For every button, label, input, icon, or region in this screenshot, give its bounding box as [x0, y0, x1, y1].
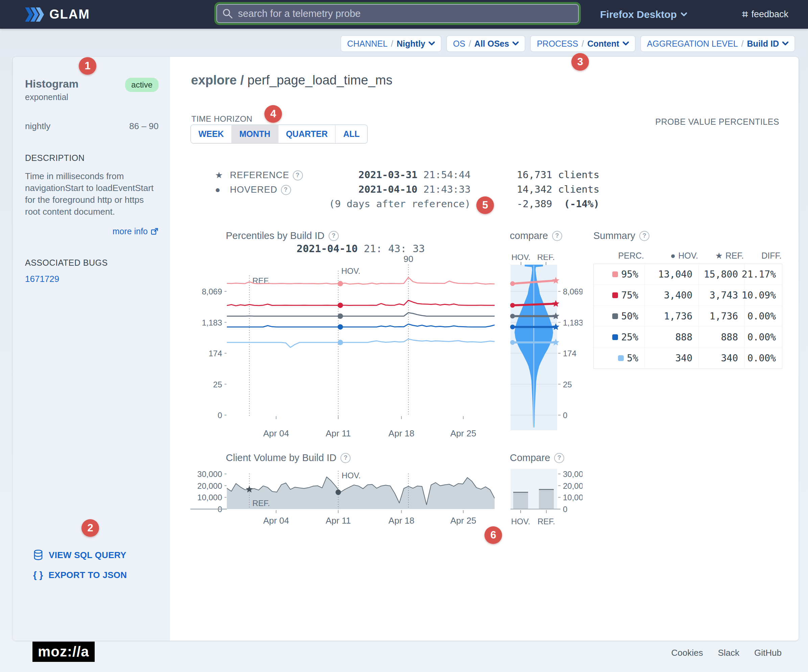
filter-separator: /	[581, 39, 584, 49]
time-horizon-week[interactable]: WEEK	[191, 125, 232, 143]
svg-text:25: 25	[213, 380, 222, 389]
compare-violin-title: compare?	[510, 230, 562, 241]
table-row[interactable]: 50% 1,736 1,736 0.00%	[594, 305, 782, 327]
filter-process[interactable]: PROCESS/Content	[530, 35, 636, 52]
help-icon[interactable]: ?	[293, 170, 303, 180]
help-icon[interactable]: ?	[554, 453, 564, 463]
table-row[interactable]: 95% 13,040 15,800 21.17%	[594, 264, 782, 285]
svg-text:Apr 11: Apr 11	[326, 515, 351, 525]
more-info-label: more info	[113, 227, 148, 236]
chevron-down-icon	[429, 42, 435, 46]
svg-text:10,000: 10,000	[563, 493, 583, 502]
footer-links: Cookies Slack GitHub	[671, 648, 781, 658]
product-selector[interactable]: Firefox Desktop	[600, 0, 687, 29]
chevron-down-icon	[623, 42, 629, 46]
help-icon[interactable]: ?	[639, 231, 649, 241]
hovered-dot-icon: ●	[670, 251, 676, 261]
description-label: DESCRIPTION	[25, 153, 159, 163]
footer-link-slack[interactable]: Slack	[718, 648, 740, 658]
percentile-color-chip	[612, 272, 618, 277]
filter-separator: /	[469, 39, 471, 49]
client-volume-chart[interactable]: 30,00020,00010,0000REF.HOV.Apr 04Apr 11A…	[190, 464, 494, 549]
probe-type-title: Histogram	[25, 78, 78, 90]
svg-text:174: 174	[563, 349, 576, 358]
breadcrumb[interactable]: explore	[191, 73, 237, 87]
filter-aggregation-level[interactable]: AGGREGATION LEVEL/Build ID	[640, 35, 795, 52]
filter-channel[interactable]: CHANNEL/Nightly	[341, 35, 442, 52]
reference-star-icon: ★	[715, 251, 723, 261]
bug-link[interactable]: 1671729	[25, 274, 59, 284]
reference-star-icon: ★	[215, 170, 230, 180]
search-input[interactable]	[237, 8, 573, 20]
search-box[interactable]	[216, 4, 579, 23]
probe-sidebar: Histogram exponential active nightly 86 …	[13, 57, 170, 640]
explore-main: explore / perf_page_load_time_ms TIME HO…	[170, 57, 798, 640]
filter-process-label: PROCESS	[537, 39, 578, 49]
view-sql-query-link[interactable]: VIEW SQL QUERY	[33, 550, 127, 560]
time-horizon-quarter[interactable]: QUARTER	[279, 125, 336, 143]
hovered-clients: 14,342 clients	[471, 183, 599, 195]
annotation-badge-2: 2	[82, 519, 99, 537]
glam-chevrons-icon	[24, 7, 44, 22]
mozilla-logo[interactable]: moz://a	[32, 642, 95, 662]
help-icon[interactable]: ?	[552, 231, 562, 241]
client-volume-title: Client Volume by Build ID?	[226, 452, 351, 464]
time-horizon-control: WEEK MONTH QUARTER ALL	[190, 124, 368, 143]
svg-text:Apr 25: Apr 25	[450, 515, 476, 525]
page-title: explore / perf_page_load_time_ms	[191, 73, 392, 88]
summary-title: Summary?	[593, 230, 649, 241]
chevron-down-icon	[782, 42, 788, 46]
reference-hovered-panel: ★ REFERENCE? 2021-03-31 21:54:44 16,731 …	[215, 169, 599, 210]
glam-logo[interactable]: GLAM	[24, 0, 90, 29]
compare-violin-chart[interactable]: 8,0691,183174250HOV.REF.	[510, 255, 583, 444]
compare-bars-chart[interactable]: 30,00020,00010,0000HOV.REF.	[510, 464, 583, 549]
filter-bar: CHANNEL/Nightly OS/All OSes PROCESS/Cont…	[341, 35, 795, 52]
svg-text:8,069: 8,069	[563, 287, 583, 296]
table-row[interactable]: 5% 340 340 0.00%	[594, 347, 782, 369]
probe-channel: nightly	[25, 121, 50, 132]
percentiles-chart-title: Percentiles by Build ID?	[226, 230, 339, 241]
product-selector-label: Firefox Desktop	[600, 9, 677, 20]
annotation-badge-3: 3	[571, 53, 589, 71]
svg-text:90: 90	[404, 255, 414, 264]
svg-text:20,000: 20,000	[197, 481, 222, 490]
more-info-link[interactable]: more info	[25, 227, 159, 236]
filter-separator: /	[391, 39, 393, 49]
svg-text:30,000: 30,000	[197, 470, 222, 479]
chevron-down-icon	[513, 42, 519, 46]
filter-process-value: Content	[587, 39, 619, 49]
probe-value-percentiles-header: PROBE VALUE PERCENTILES	[655, 117, 779, 127]
glam-dashboard: GLAM Firefox Desktop ⌗ feedback CHANNEL/…	[0, 0, 808, 672]
percentiles-chart[interactable]: 8,0691,183174250Apr 04Apr 11Apr 18Apr 25…	[190, 255, 494, 444]
brand-name: GLAM	[49, 7, 90, 22]
summary-header-diff: DIFF.	[744, 251, 781, 261]
svg-text:0: 0	[218, 411, 222, 420]
export-json-link[interactable]: { } EXPORT TO JSON	[33, 570, 127, 580]
filter-aggregation-value: Build ID	[747, 39, 779, 49]
footer-link-cookies[interactable]: Cookies	[671, 648, 703, 658]
svg-text:174: 174	[209, 349, 222, 358]
export-json-label: EXPORT TO JSON	[48, 570, 127, 580]
help-icon[interactable]: ?	[281, 185, 291, 195]
footer-link-github[interactable]: GitHub	[754, 648, 781, 658]
help-icon[interactable]: ?	[329, 231, 339, 241]
table-row[interactable]: 75% 3,400 3,743 10.09%	[594, 285, 782, 305]
summary-table-header: PERC. ●HOV. ★REF. DIFF.	[593, 251, 781, 261]
time-horizon-month[interactable]: MONTH	[232, 125, 279, 143]
help-icon[interactable]: ?	[341, 453, 351, 463]
filter-os[interactable]: OS/All OSes	[446, 35, 525, 52]
annotation-badge-1: 1	[79, 57, 96, 75]
svg-text:Apr 11: Apr 11	[326, 428, 351, 439]
time-horizon-all[interactable]: ALL	[336, 125, 367, 143]
probe-description: Time in milliseconds from navigationStar…	[25, 170, 159, 218]
table-row[interactable]: 25% 888 888 0.00%	[594, 327, 782, 347]
svg-text:20,000: 20,000	[563, 481, 583, 490]
chevron-down-icon	[681, 13, 687, 17]
search-icon	[222, 8, 233, 18]
feedback-link[interactable]: ⌗ feedback	[743, 0, 788, 29]
reference-datetime: 2021-03-31 21:54:44	[311, 169, 471, 180]
probe-kind: exponential	[25, 92, 78, 102]
svg-text:1,183: 1,183	[202, 318, 222, 327]
filter-channel-label: CHANNEL	[347, 39, 387, 49]
filter-channel-value: Nightly	[397, 39, 425, 49]
